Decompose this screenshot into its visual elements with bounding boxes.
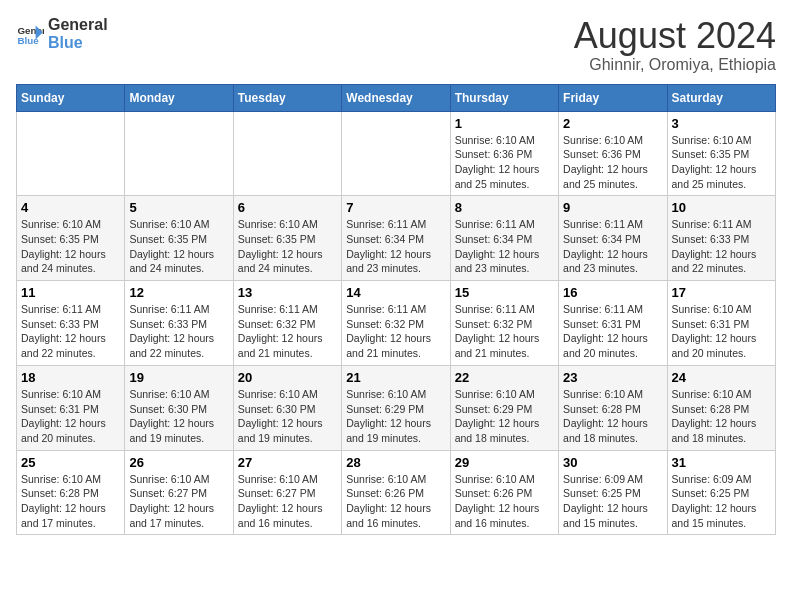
calendar-week-3: 11Sunrise: 6:11 AM Sunset: 6:33 PM Dayli… — [17, 281, 776, 366]
page-title: August 2024 — [574, 16, 776, 56]
calendar-cell: 21Sunrise: 6:10 AM Sunset: 6:29 PM Dayli… — [342, 365, 450, 450]
calendar-cell: 12Sunrise: 6:11 AM Sunset: 6:33 PM Dayli… — [125, 281, 233, 366]
day-number: 28 — [346, 455, 445, 470]
calendar-cell — [125, 111, 233, 196]
calendar-cell: 5Sunrise: 6:10 AM Sunset: 6:35 PM Daylig… — [125, 196, 233, 281]
calendar-cell: 28Sunrise: 6:10 AM Sunset: 6:26 PM Dayli… — [342, 450, 450, 535]
day-info: Sunrise: 6:11 AM Sunset: 6:33 PM Dayligh… — [129, 302, 228, 361]
day-header-monday: Monday — [125, 84, 233, 111]
day-number: 5 — [129, 200, 228, 215]
page-subtitle: Ghinnir, Oromiya, Ethiopia — [574, 56, 776, 74]
calendar-cell: 4Sunrise: 6:10 AM Sunset: 6:35 PM Daylig… — [17, 196, 125, 281]
day-number: 1 — [455, 116, 554, 131]
day-number: 21 — [346, 370, 445, 385]
day-info: Sunrise: 6:11 AM Sunset: 6:33 PM Dayligh… — [672, 217, 771, 276]
day-number: 25 — [21, 455, 120, 470]
calendar-cell: 30Sunrise: 6:09 AM Sunset: 6:25 PM Dayli… — [559, 450, 667, 535]
day-info: Sunrise: 6:11 AM Sunset: 6:32 PM Dayligh… — [346, 302, 445, 361]
day-number: 18 — [21, 370, 120, 385]
day-number: 8 — [455, 200, 554, 215]
calendar-cell — [233, 111, 341, 196]
day-info: Sunrise: 6:11 AM Sunset: 6:34 PM Dayligh… — [563, 217, 662, 276]
day-info: Sunrise: 6:10 AM Sunset: 6:28 PM Dayligh… — [21, 472, 120, 531]
day-number: 9 — [563, 200, 662, 215]
day-number: 13 — [238, 285, 337, 300]
logo-icon: General Blue — [16, 20, 44, 48]
day-info: Sunrise: 6:10 AM Sunset: 6:26 PM Dayligh… — [346, 472, 445, 531]
day-number: 24 — [672, 370, 771, 385]
day-header-friday: Friday — [559, 84, 667, 111]
calendar-week-4: 18Sunrise: 6:10 AM Sunset: 6:31 PM Dayli… — [17, 365, 776, 450]
day-number: 10 — [672, 200, 771, 215]
calendar-cell: 14Sunrise: 6:11 AM Sunset: 6:32 PM Dayli… — [342, 281, 450, 366]
day-info: Sunrise: 6:11 AM Sunset: 6:34 PM Dayligh… — [346, 217, 445, 276]
calendar-week-1: 1Sunrise: 6:10 AM Sunset: 6:36 PM Daylig… — [17, 111, 776, 196]
calendar-cell: 11Sunrise: 6:11 AM Sunset: 6:33 PM Dayli… — [17, 281, 125, 366]
calendar-cell: 8Sunrise: 6:11 AM Sunset: 6:34 PM Daylig… — [450, 196, 558, 281]
day-info: Sunrise: 6:10 AM Sunset: 6:30 PM Dayligh… — [129, 387, 228, 446]
calendar-cell: 24Sunrise: 6:10 AM Sunset: 6:28 PM Dayli… — [667, 365, 775, 450]
logo-line1: General — [48, 16, 108, 34]
day-number: 17 — [672, 285, 771, 300]
day-info: Sunrise: 6:10 AM Sunset: 6:36 PM Dayligh… — [563, 133, 662, 192]
calendar-cell: 13Sunrise: 6:11 AM Sunset: 6:32 PM Dayli… — [233, 281, 341, 366]
day-number: 12 — [129, 285, 228, 300]
day-info: Sunrise: 6:10 AM Sunset: 6:27 PM Dayligh… — [238, 472, 337, 531]
day-number: 6 — [238, 200, 337, 215]
calendar-cell: 2Sunrise: 6:10 AM Sunset: 6:36 PM Daylig… — [559, 111, 667, 196]
day-info: Sunrise: 6:10 AM Sunset: 6:27 PM Dayligh… — [129, 472, 228, 531]
day-info: Sunrise: 6:10 AM Sunset: 6:29 PM Dayligh… — [455, 387, 554, 446]
day-number: 20 — [238, 370, 337, 385]
day-info: Sunrise: 6:10 AM Sunset: 6:35 PM Dayligh… — [672, 133, 771, 192]
day-number: 19 — [129, 370, 228, 385]
day-number: 16 — [563, 285, 662, 300]
calendar-cell: 18Sunrise: 6:10 AM Sunset: 6:31 PM Dayli… — [17, 365, 125, 450]
day-info: Sunrise: 6:11 AM Sunset: 6:31 PM Dayligh… — [563, 302, 662, 361]
day-info: Sunrise: 6:10 AM Sunset: 6:35 PM Dayligh… — [21, 217, 120, 276]
day-number: 29 — [455, 455, 554, 470]
day-info: Sunrise: 6:10 AM Sunset: 6:28 PM Dayligh… — [672, 387, 771, 446]
day-info: Sunrise: 6:10 AM Sunset: 6:29 PM Dayligh… — [346, 387, 445, 446]
calendar-cell: 17Sunrise: 6:10 AM Sunset: 6:31 PM Dayli… — [667, 281, 775, 366]
calendar-cell: 29Sunrise: 6:10 AM Sunset: 6:26 PM Dayli… — [450, 450, 558, 535]
calendar-cell: 10Sunrise: 6:11 AM Sunset: 6:33 PM Dayli… — [667, 196, 775, 281]
calendar-cell: 7Sunrise: 6:11 AM Sunset: 6:34 PM Daylig… — [342, 196, 450, 281]
day-number: 2 — [563, 116, 662, 131]
day-number: 27 — [238, 455, 337, 470]
calendar-cell: 9Sunrise: 6:11 AM Sunset: 6:34 PM Daylig… — [559, 196, 667, 281]
day-info: Sunrise: 6:09 AM Sunset: 6:25 PM Dayligh… — [563, 472, 662, 531]
calendar-cell: 1Sunrise: 6:10 AM Sunset: 6:36 PM Daylig… — [450, 111, 558, 196]
day-info: Sunrise: 6:10 AM Sunset: 6:26 PM Dayligh… — [455, 472, 554, 531]
calendar-cell: 26Sunrise: 6:10 AM Sunset: 6:27 PM Dayli… — [125, 450, 233, 535]
calendar-cell: 27Sunrise: 6:10 AM Sunset: 6:27 PM Dayli… — [233, 450, 341, 535]
day-number: 26 — [129, 455, 228, 470]
day-header-wednesday: Wednesday — [342, 84, 450, 111]
day-info: Sunrise: 6:10 AM Sunset: 6:36 PM Dayligh… — [455, 133, 554, 192]
day-number: 14 — [346, 285, 445, 300]
svg-text:Blue: Blue — [17, 35, 39, 46]
logo: General Blue General Blue — [16, 16, 108, 52]
calendar-cell: 23Sunrise: 6:10 AM Sunset: 6:28 PM Dayli… — [559, 365, 667, 450]
day-info: Sunrise: 6:10 AM Sunset: 6:31 PM Dayligh… — [672, 302, 771, 361]
calendar-cell: 6Sunrise: 6:10 AM Sunset: 6:35 PM Daylig… — [233, 196, 341, 281]
day-info: Sunrise: 6:09 AM Sunset: 6:25 PM Dayligh… — [672, 472, 771, 531]
day-info: Sunrise: 6:11 AM Sunset: 6:32 PM Dayligh… — [455, 302, 554, 361]
calendar-cell: 16Sunrise: 6:11 AM Sunset: 6:31 PM Dayli… — [559, 281, 667, 366]
day-info: Sunrise: 6:11 AM Sunset: 6:33 PM Dayligh… — [21, 302, 120, 361]
day-number: 30 — [563, 455, 662, 470]
day-info: Sunrise: 6:10 AM Sunset: 6:31 PM Dayligh… — [21, 387, 120, 446]
day-info: Sunrise: 6:10 AM Sunset: 6:28 PM Dayligh… — [563, 387, 662, 446]
day-info: Sunrise: 6:10 AM Sunset: 6:35 PM Dayligh… — [238, 217, 337, 276]
day-info: Sunrise: 6:11 AM Sunset: 6:32 PM Dayligh… — [238, 302, 337, 361]
title-block: August 2024 Ghinnir, Oromiya, Ethiopia — [574, 16, 776, 74]
calendar-cell — [342, 111, 450, 196]
calendar-week-5: 25Sunrise: 6:10 AM Sunset: 6:28 PM Dayli… — [17, 450, 776, 535]
calendar-table: SundayMondayTuesdayWednesdayThursdayFrid… — [16, 84, 776, 536]
calendar-cell: 19Sunrise: 6:10 AM Sunset: 6:30 PM Dayli… — [125, 365, 233, 450]
day-info: Sunrise: 6:10 AM Sunset: 6:35 PM Dayligh… — [129, 217, 228, 276]
header: General Blue General Blue August 2024 Gh… — [16, 16, 776, 74]
day-number: 11 — [21, 285, 120, 300]
calendar-cell: 25Sunrise: 6:10 AM Sunset: 6:28 PM Dayli… — [17, 450, 125, 535]
day-number: 3 — [672, 116, 771, 131]
day-header-saturday: Saturday — [667, 84, 775, 111]
